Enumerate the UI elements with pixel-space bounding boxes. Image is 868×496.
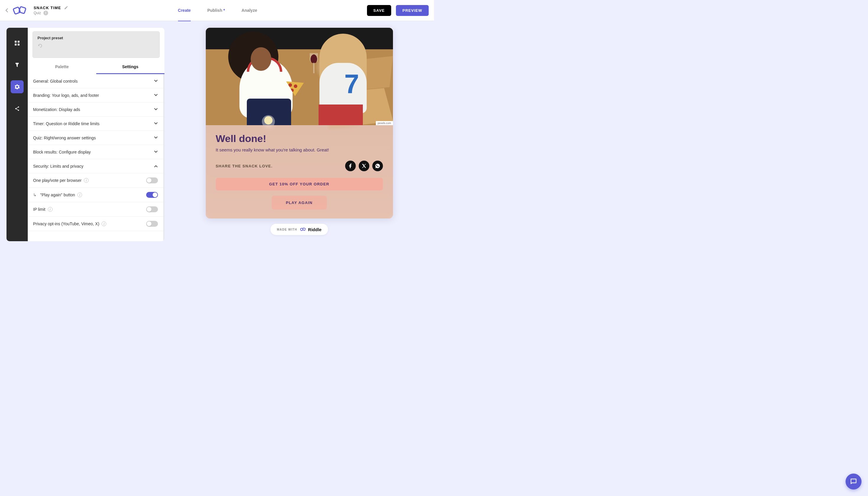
project-preset-box[interactable]: Project preset <box>32 31 160 58</box>
svg-rect-4 <box>15 44 17 45</box>
made-with-prefix: MADE WITH <box>277 228 297 231</box>
accordion-monetization: Monetization: Display ads <box>28 103 163 117</box>
project-preset-label: Project preset <box>37 36 155 40</box>
rail-share-button[interactable] <box>11 102 24 115</box>
setting-one-play-label: One play/vote per browser <box>33 178 81 183</box>
accordion-block-results-label: Block results: Configure display <box>33 150 91 154</box>
setting-privacy-optins-label: Privacy opt-ins (YouTube, Vimeo, X) <box>33 221 99 226</box>
toggle-one-play[interactable] <box>146 177 158 183</box>
tab-analyze[interactable]: Analyze <box>242 5 257 15</box>
chevron-down-icon <box>154 121 158 126</box>
settings-tab[interactable]: Settings <box>96 60 165 74</box>
header-actions: SAVE PREVIEW <box>367 5 429 16</box>
share-label: SHARE THE SNACK LOVE. <box>216 164 273 168</box>
result-title: Well done! <box>216 133 383 144</box>
accordion-quiz-head[interactable]: Quiz: Right/wrong answer settings <box>28 131 163 145</box>
project-title: SNACK TIME <box>34 5 61 10</box>
back-button[interactable] <box>5 7 8 13</box>
result-hero-image: 7 pexels.com <box>206 28 393 125</box>
accordion-general-head[interactable]: General: Global controls <box>28 74 163 88</box>
riddle-logo-icon <box>300 227 307 232</box>
palette-tab[interactable]: Palette <box>28 60 96 74</box>
made-with-brand: Riddle <box>300 227 322 232</box>
rail-blocks-button[interactable] <box>11 36 24 50</box>
cta-button[interactable]: GET 10% OFF YOUR ORDER <box>216 178 383 190</box>
accordion-block-results-head[interactable]: Block results: Configure display <box>28 145 163 159</box>
preview-area: 7 pexels.com Well done! It seems you rea… <box>165 21 434 248</box>
result-description: It seems you really know what you're tal… <box>216 147 383 152</box>
share-whatsapp-button[interactable] <box>372 160 383 171</box>
setting-play-again: ↳ "Play again" button i <box>28 187 163 202</box>
svg-point-8 <box>18 110 19 111</box>
share-facebook-button[interactable] <box>345 160 356 171</box>
title-block: SNACK TIME Quiz i <box>34 5 68 15</box>
tab-create[interactable]: Create <box>178 5 191 15</box>
chevron-up-icon <box>154 164 158 169</box>
accordion-security: Security: Limits and privacy One play/vo… <box>28 159 163 231</box>
edit-title-icon[interactable] <box>64 5 68 10</box>
project-subtitle: Quiz <box>34 11 41 15</box>
accordion-general-label: General: Global controls <box>33 79 78 83</box>
chevron-down-icon <box>154 135 158 140</box>
svg-rect-10 <box>303 228 306 231</box>
info-icon[interactable]: i <box>77 192 82 197</box>
accordion-security-head[interactable]: Security: Limits and privacy <box>28 159 163 173</box>
riddle-logo[interactable] <box>12 5 28 16</box>
accordion-list[interactable]: General: Global controls Branding: Your … <box>28 74 165 241</box>
indent-arrow-icon: ↳ <box>33 192 36 197</box>
svg-point-7 <box>18 107 19 108</box>
toggle-privacy-optins[interactable] <box>146 221 158 227</box>
svg-rect-5 <box>18 44 19 45</box>
setting-ip-limit-label: IP limit <box>33 207 45 212</box>
share-row: SHARE THE SNACK LOVE. <box>216 160 383 171</box>
left-rail <box>6 28 28 241</box>
info-icon[interactable]: i <box>102 221 106 226</box>
accordion-timer-label: Timer: Question or Riddle time limits <box>33 121 99 126</box>
accordion-branding-label: Branding: Your logo, ads, and footer <box>33 93 99 98</box>
chevron-down-icon <box>154 93 158 98</box>
share-icons <box>345 160 383 171</box>
info-icon[interactable]: i <box>84 178 89 183</box>
accordion-quiz: Quiz: Right/wrong answer settings <box>28 131 163 145</box>
accordion-branding-head[interactable]: Branding: Your logo, ads, and footer <box>28 88 163 102</box>
settings-panel: Project preset Palette Settings General:… <box>28 28 165 241</box>
panel-tabs: Palette Settings <box>28 60 165 74</box>
chevron-down-icon <box>154 79 158 83</box>
accordion-block-results: Block results: Configure display <box>28 145 163 159</box>
play-again-button[interactable]: PLAY AGAIN <box>272 196 327 210</box>
toggle-play-again[interactable] <box>146 192 158 198</box>
save-button[interactable]: SAVE <box>367 5 391 16</box>
accordion-monetization-head[interactable]: Monetization: Display ads <box>28 103 163 116</box>
header: SNACK TIME Quiz i Create Publish * Analy… <box>0 0 434 21</box>
accordion-security-label: Security: Limits and privacy <box>33 164 83 169</box>
chevron-down-icon <box>154 150 158 154</box>
image-credit: pexels.com <box>376 121 393 125</box>
toggle-ip-limit[interactable] <box>146 206 158 212</box>
accordion-quiz-label: Quiz: Right/wrong answer settings <box>33 136 96 140</box>
tab-publish[interactable]: Publish * <box>207 5 225 15</box>
quiz-result-card: 7 pexels.com Well done! It seems you rea… <box>206 28 393 218</box>
setting-play-again-label: "Play again" button <box>40 192 75 197</box>
svg-rect-2 <box>15 41 17 43</box>
chevron-down-icon <box>154 107 158 112</box>
share-x-button[interactable] <box>359 160 369 171</box>
accordion-general: General: Global controls <box>28 74 163 88</box>
setting-one-play: One play/vote per browser i <box>28 173 163 187</box>
preview-button[interactable]: PREVIEW <box>396 5 429 16</box>
preset-undo-icon[interactable] <box>37 43 43 48</box>
subtitle-info-icon[interactable]: i <box>43 11 48 15</box>
accordion-security-body: One play/vote per browser i ↳ "Play agai… <box>28 173 163 231</box>
setting-privacy-optins: Privacy opt-ins (YouTube, Vimeo, X) i <box>28 216 163 231</box>
accordion-monetization-label: Monetization: Display ads <box>33 107 80 112</box>
accordion-timer-head[interactable]: Timer: Question or Riddle time limits <box>28 117 163 130</box>
tab-publish-label: Publish <box>207 8 222 13</box>
rail-settings-button[interactable] <box>11 80 24 93</box>
result-body: Well done! It seems you really know what… <box>206 125 393 218</box>
accordion-branding: Branding: Your logo, ads, and footer <box>28 88 163 103</box>
info-icon[interactable]: i <box>48 207 52 212</box>
made-with-badge[interactable]: MADE WITH Riddle <box>270 224 328 235</box>
main: Project preset Palette Settings General:… <box>0 21 434 248</box>
rail-design-button[interactable] <box>11 59 24 72</box>
svg-rect-3 <box>18 41 19 43</box>
made-with-brand-label: Riddle <box>308 227 322 232</box>
